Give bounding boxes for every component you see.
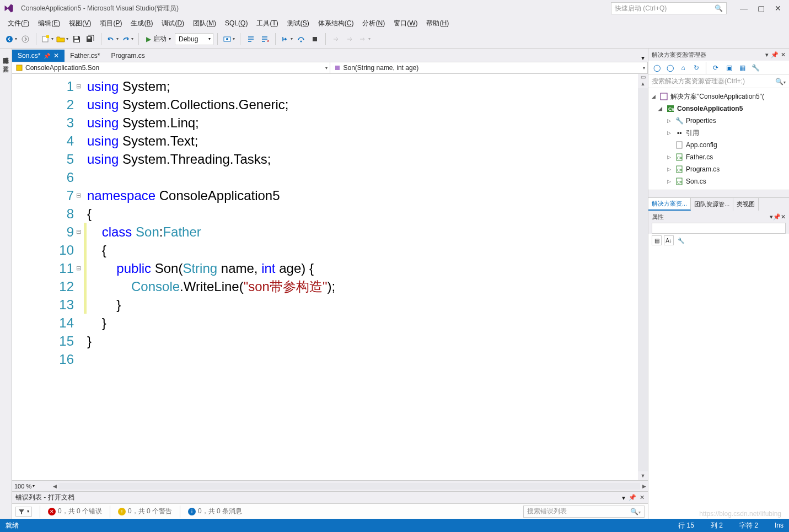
- menu-item[interactable]: 测试(S): [283, 17, 314, 30]
- step-over-button[interactable]: [294, 33, 308, 46]
- home-icon[interactable]: ⌂: [678, 63, 688, 73]
- error-search-input[interactable]: 搜索错误列表 🔍▾: [523, 506, 645, 518]
- team-explorer-tab[interactable]: 团队资源管...: [691, 198, 733, 211]
- pin-icon[interactable]: 📌: [629, 494, 636, 501]
- fold-toggle[interactable]: ⊟: [75, 77, 82, 95]
- references-node[interactable]: ▷▪▪引用: [648, 127, 789, 139]
- vertical-scrollbar[interactable]: ▭ ▲ ▼: [638, 74, 648, 480]
- close-icon[interactable]: ✕: [640, 494, 645, 501]
- document-tab[interactable]: Program.cs: [105, 50, 150, 62]
- document-tab[interactable]: Father.cs*: [65, 50, 105, 62]
- code-line[interactable]: using System.Linq;: [84, 114, 638, 132]
- father-cs-node[interactable]: ▷C#Father.cs: [648, 151, 789, 163]
- open-file-button[interactable]: [55, 33, 69, 46]
- doc-tabs-dropdown[interactable]: ▾: [638, 54, 648, 62]
- code-line[interactable]: [84, 168, 638, 186]
- maximize-button[interactable]: ▢: [758, 4, 765, 13]
- project-node[interactable]: ◢C#ConsoleApplication5: [648, 103, 789, 115]
- code-line[interactable]: using System.Threading.Tasks;: [84, 150, 638, 168]
- menu-item[interactable]: 团队(M): [189, 17, 221, 30]
- split-handle-icon[interactable]: ▭: [638, 74, 648, 79]
- panel-dropdown-icon[interactable]: ▾: [765, 51, 769, 58]
- save-button[interactable]: [70, 33, 83, 46]
- close-button[interactable]: ✕: [775, 4, 781, 13]
- code-line[interactable]: Console.WriteLine("son带参构造");: [84, 277, 638, 295]
- code-line[interactable]: class Son:Father: [84, 223, 638, 241]
- zoom-dropdown[interactable]: 100 %▾: [12, 483, 51, 490]
- quick-launch-input[interactable]: 快速启动 (Ctrl+Q) 🔍: [611, 2, 727, 14]
- redo-button[interactable]: [120, 33, 135, 46]
- properties-node[interactable]: ▷🔧Properties: [648, 115, 789, 127]
- browser-link-button[interactable]: [222, 33, 236, 46]
- menu-item[interactable]: 窗口(W): [389, 17, 422, 30]
- menu-item[interactable]: 编辑(E): [34, 17, 65, 30]
- menu-item[interactable]: SQL(Q): [221, 18, 252, 29]
- code-line[interactable]: }: [84, 332, 638, 350]
- build-config-dropdown[interactable]: Debug: [175, 33, 213, 45]
- error-list-dropdown-icon[interactable]: ▾: [622, 494, 625, 502]
- save-all-button[interactable]: [84, 33, 97, 46]
- close-icon[interactable]: ✕: [781, 213, 786, 221]
- code-line[interactable]: [84, 350, 638, 368]
- menu-item[interactable]: 调试(D): [157, 17, 189, 30]
- nav-forward-button[interactable]: [19, 33, 32, 46]
- scroll-left-icon[interactable]: ◀: [51, 482, 58, 491]
- code-editor[interactable]: 12345678910111213141516⊟⊟⊟⊟ using System…: [12, 74, 648, 480]
- pin-icon[interactable]: 📌: [771, 51, 779, 58]
- code-area[interactable]: using System;using System.Collections.Ge…: [84, 74, 638, 480]
- scroll-right-icon[interactable]: ▶: [640, 482, 648, 491]
- properties-icon[interactable]: 🔧: [750, 63, 760, 73]
- toolbox-tab[interactable]: 工具箱: [0, 57, 12, 66]
- pin-icon[interactable]: 📌: [773, 213, 781, 221]
- close-tab-icon[interactable]: ✕: [53, 52, 59, 60]
- namespace-dropdown[interactable]: ConsoleApplication5.Son: [12, 62, 330, 73]
- code-line[interactable]: using System.Collections.Generic;: [84, 95, 638, 114]
- uncomment-button[interactable]: [258, 33, 271, 46]
- horizontal-scrollbar[interactable]: ◀ ▶: [51, 482, 648, 491]
- back-icon[interactable]: ◯: [652, 63, 662, 73]
- menu-item[interactable]: 工具(T): [252, 17, 282, 30]
- server-explorer-tab[interactable]: 服务器资源管理器: [0, 49, 12, 57]
- code-line[interactable]: {: [84, 205, 638, 223]
- undo-button[interactable]: [105, 33, 120, 46]
- appconfig-node[interactable]: App.config: [648, 139, 789, 151]
- menu-item[interactable]: 项目(P): [95, 17, 126, 30]
- alphabetical-icon[interactable]: A↓: [664, 235, 674, 245]
- code-line[interactable]: }: [84, 314, 638, 332]
- warnings-count[interactable]: !0，共 0 个警告: [118, 507, 172, 516]
- collapse-icon[interactable]: ▣: [724, 63, 734, 73]
- categorize-icon[interactable]: ▤: [652, 235, 662, 245]
- code-line[interactable]: }: [84, 295, 638, 314]
- tree-horizontal-scrollbar[interactable]: [648, 190, 789, 197]
- errors-count[interactable]: ✕0，共 0 个错误: [48, 507, 102, 516]
- code-line[interactable]: public Son(String name, int age) {: [84, 259, 638, 277]
- start-debug-button[interactable]: ▶ 启动 ▾: [143, 33, 174, 46]
- comment-button[interactable]: [244, 33, 257, 46]
- forward-icon[interactable]: ◯: [665, 63, 675, 73]
- program-cs-node[interactable]: ▷C#Program.cs: [648, 163, 789, 175]
- minimize-button[interactable]: ―: [740, 4, 748, 13]
- properties-object-dropdown[interactable]: [652, 223, 786, 234]
- pin-icon[interactable]: 📌: [44, 53, 50, 59]
- show-all-icon[interactable]: ▦: [737, 63, 747, 73]
- fold-toggle[interactable]: ⊟: [75, 186, 82, 205]
- stop-button[interactable]: [308, 33, 321, 46]
- code-line[interactable]: namespace ConsoleApplication5: [84, 186, 638, 205]
- menu-item[interactable]: 视图(V): [65, 17, 95, 30]
- scroll-up-icon[interactable]: ▲: [638, 79, 648, 88]
- sync-icon[interactable]: ↻: [691, 63, 701, 73]
- menu-item[interactable]: 体系结构(C): [314, 17, 358, 30]
- menu-item[interactable]: 生成(B): [126, 17, 157, 30]
- fold-toggle[interactable]: ⊟: [75, 223, 82, 241]
- nav-back-button[interactable]: [4, 33, 18, 46]
- close-icon[interactable]: ✕: [781, 51, 786, 58]
- fold-toggle[interactable]: ⊟: [75, 259, 82, 277]
- messages-count[interactable]: i0，共 0 条消息: [188, 507, 242, 516]
- class-view-tab[interactable]: 类视图: [733, 198, 759, 211]
- menu-item[interactable]: 帮助(H): [422, 17, 453, 30]
- code-line[interactable]: using System.Text;: [84, 132, 638, 150]
- menu-item[interactable]: 文件(F): [3, 17, 34, 30]
- scroll-down-icon[interactable]: ▼: [638, 471, 648, 480]
- document-tab[interactable]: Son.cs*📌✕: [12, 50, 65, 62]
- code-line[interactable]: using System;: [84, 77, 638, 95]
